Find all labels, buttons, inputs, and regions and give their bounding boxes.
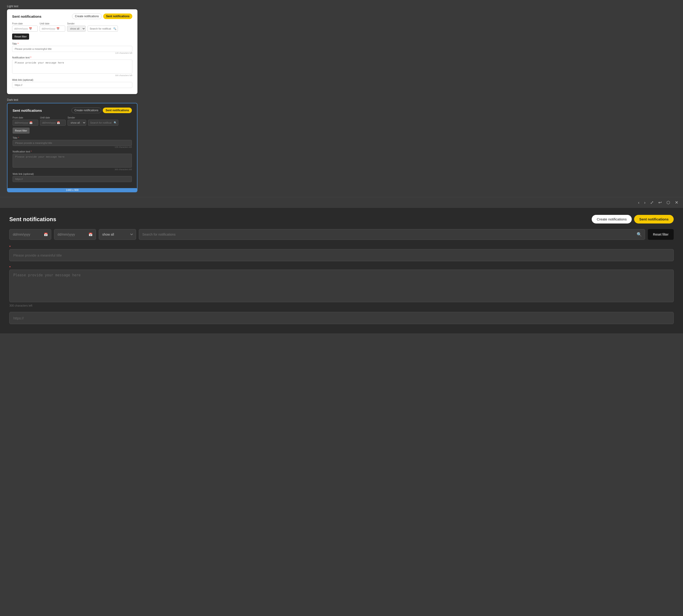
panel-from-calendar-icon: 📅 — [44, 233, 48, 236]
dark-title-field: Title * 128 characters left — [13, 136, 132, 148]
panel-header-buttons: Create notifications Sent notifications — [592, 215, 674, 223]
light-weblink-field: Web link (optional) — [12, 79, 132, 88]
light-until-date-group: Until date dd/mm/yyyy 📅 — [40, 22, 65, 32]
size-badge: 1440 x 900 — [7, 188, 137, 192]
dark-until-date-input[interactable]: dd/mm/yyyy 📅 — [40, 120, 66, 126]
close-icon[interactable]: ✕ — [674, 199, 679, 206]
panel-search-input[interactable] — [139, 229, 645, 240]
dark-create-button[interactable]: Create notifications — [71, 108, 102, 113]
expand-icon[interactable]: ⤢ — [649, 199, 655, 206]
panel-search-icon: 🔍 — [637, 232, 642, 237]
dark-notification-textarea[interactable] — [13, 154, 132, 168]
light-from-date-group: From date dd/mm/yyyy 📅 — [12, 22, 38, 32]
light-sender-select[interactable]: show all — [67, 26, 86, 32]
panel-sent-button[interactable]: Sent notifications — [634, 215, 674, 223]
light-card-header: Sent notifications Create notifications … — [12, 14, 132, 19]
light-from-calendar-icon: 📅 — [29, 27, 32, 30]
panel-notification-req-indicator: • — [9, 265, 674, 269]
dark-notification-char-count: 300 characters left — [13, 168, 132, 171]
dark-card-title: Sent notifications — [13, 109, 42, 112]
light-title-input[interactable] — [12, 46, 132, 52]
panel-notification-req-dot: • — [9, 265, 11, 269]
external-icon[interactable]: ⬡ — [665, 199, 671, 206]
light-create-button[interactable]: Create notifications — [72, 14, 102, 19]
light-notification-req: * — [30, 56, 31, 59]
dark-sent-button[interactable]: Sent notifications — [103, 108, 132, 113]
panel-content: Sent notifications Create notifications … — [0, 208, 683, 333]
dark-from-date-group: From date dd/mm/yyyy 📅 — [13, 116, 38, 126]
dark-from-date-label: From date — [13, 116, 38, 119]
dark-sender-group: Sender show all — [67, 116, 86, 126]
dark-notification-field: Notification text * 300 characters left — [13, 150, 132, 171]
light-test-label: Light test — [7, 5, 676, 8]
dark-from-calendar-icon: 📅 — [29, 121, 33, 124]
panel-until-calendar-icon: 📅 — [88, 233, 92, 236]
dark-reset-button[interactable]: Reset filter — [13, 128, 29, 134]
dark-weblink-label: Web link (optional) — [13, 173, 132, 175]
light-until-date-input[interactable]: dd/mm/yyyy 📅 — [40, 26, 65, 32]
light-from-date-input[interactable]: dd/mm/yyyy 📅 — [12, 26, 38, 32]
light-weblink-input[interactable] — [12, 82, 132, 88]
panel-form: • • 300 characters left — [9, 244, 674, 324]
light-from-date-label: From date — [12, 22, 38, 25]
bottom-panel: ‹ › ⤢ ↩ ⬡ ✕ Sent notifications Create no… — [0, 197, 683, 333]
panel-toolbar: ‹ › ⤢ ↩ ⬡ ✕ — [0, 197, 683, 208]
dark-card: Sent notifications Create notifications … — [7, 103, 137, 188]
panel-reset-button[interactable]: Reset filter — [648, 229, 674, 240]
light-card-title: Sent notifications — [12, 15, 41, 18]
light-sent-button[interactable]: Sent notifications — [103, 14, 132, 19]
panel-until-date-input[interactable]: dd/mm/yyyy 📅 — [54, 229, 96, 240]
dark-header-buttons: Create notifications Sent notifications — [71, 108, 132, 113]
light-notification-label: Notification text * — [12, 56, 132, 59]
panel-sender-select[interactable]: show all — [99, 229, 136, 240]
panel-title-req-dot: • — [9, 244, 11, 248]
panel-create-button[interactable]: Create notifications — [592, 215, 632, 223]
dark-title-input[interactable] — [13, 140, 132, 146]
light-header-buttons: Create notifications Sent notifications — [72, 14, 132, 19]
dark-title-req: * — [18, 136, 19, 139]
light-sender-label: Sender — [67, 22, 86, 25]
light-notification-field: Notification text * 300 characters left — [12, 56, 132, 76]
light-title-char-count: 128 characters left — [12, 52, 132, 54]
light-card: Sent notifications Create notifications … — [7, 9, 137, 94]
light-reset-button[interactable]: Reset filter — [12, 34, 29, 40]
dark-weblink-input[interactable] — [13, 176, 132, 182]
dark-weblink-field: Web link (optional) — [13, 173, 132, 182]
dark-from-date-input[interactable]: dd/mm/yyyy 📅 — [13, 120, 38, 126]
dark-filter-row: From date dd/mm/yyyy 📅 Until date dd/mm/… — [13, 116, 132, 134]
light-weblink-label: Web link (optional) — [12, 79, 132, 81]
dark-title-char-count: 128 characters left — [13, 146, 132, 148]
dark-notification-label: Notification text * — [13, 150, 132, 153]
panel-title: Sent notifications — [9, 216, 56, 223]
dark-notification-req: * — [31, 150, 32, 153]
undo-icon[interactable]: ↩ — [657, 199, 663, 206]
dark-until-calendar-icon: 📅 — [57, 121, 60, 124]
panel-title-input[interactable] — [9, 249, 674, 261]
panel-from-date-input[interactable]: dd/mm/yyyy 📅 — [9, 229, 51, 240]
panel-header: Sent notifications Create notifications … — [9, 215, 674, 223]
light-notification-textarea[interactable] — [12, 60, 132, 73]
dark-title-label: Title * — [13, 136, 132, 139]
light-search-icon: 🔍 — [113, 27, 116, 30]
dark-sender-select[interactable]: show all — [67, 120, 86, 126]
dark-search-icon: 🔍 — [114, 121, 117, 124]
light-search-wrap: 🔍 — [88, 26, 118, 32]
panel-filter-row: dd/mm/yyyy 📅 dd/mm/yyyy 📅 show all 🔍 Res… — [9, 229, 674, 240]
light-title-label: Title * — [12, 42, 132, 45]
dark-card-header: Sent notifications Create notifications … — [13, 108, 132, 113]
light-notification-char-count: 300 characters left — [12, 74, 132, 76]
light-title-field: Title * 128 characters left — [12, 42, 132, 54]
next-button[interactable]: › — [643, 199, 646, 206]
panel-title-req-indicator: • — [9, 244, 674, 248]
light-filter-row: From date dd/mm/yyyy 📅 Until date dd/mm/… — [12, 22, 132, 40]
panel-notification-textarea[interactable] — [9, 270, 674, 302]
light-until-calendar-icon: 📅 — [56, 27, 60, 30]
light-title-req: * — [18, 42, 18, 45]
light-until-date-label: Until date — [40, 22, 65, 25]
panel-search-wrap: 🔍 — [139, 229, 645, 240]
dark-until-date-label: Until date — [40, 116, 66, 119]
prev-button[interactable]: ‹ — [637, 199, 640, 206]
panel-weblink-input[interactable] — [9, 312, 674, 324]
light-sender-group: Sender show all — [67, 22, 86, 32]
dark-test-label: Dark test — [7, 98, 676, 102]
